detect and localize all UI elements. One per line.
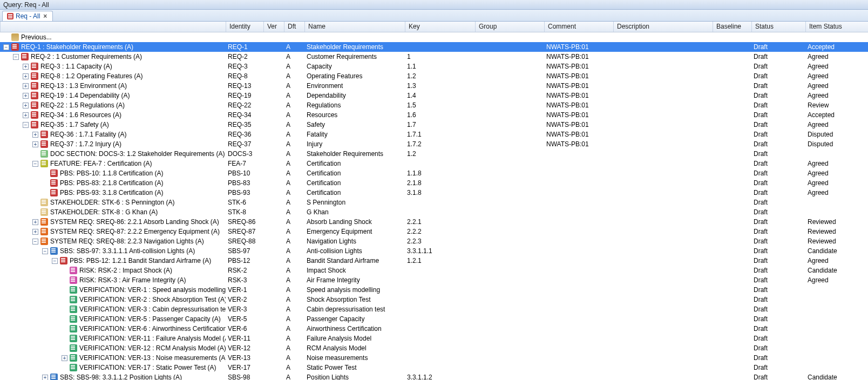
expand-icon[interactable]: + [23, 93, 29, 99]
table-row[interactable]: +REQ-22 : 1.5 Regulations (A)REQ-22ARegu… [0, 100, 868, 110]
col-key[interactable]: Key [405, 22, 475, 32]
tree-cell[interactable]: −REQ-35 : 1.7 Safety (A) [0, 120, 226, 130]
col-desc[interactable]: Description [613, 22, 713, 32]
table-row[interactable]: +REQ-19 : 1.4 Dependability (A)REQ-19ADe… [0, 91, 868, 100]
tree-cell[interactable]: PBS: PBS-93: 3.1.8 Certification (A) [0, 188, 226, 198]
table-row[interactable]: DOC SECTION: DOCS-3: 1.2 Stakeholder Req… [0, 149, 868, 159]
tree-cell[interactable]: +REQ-37 : 1.7.2 Injury (A) [0, 139, 226, 149]
table-row[interactable]: PBS: PBS-93: 3.1.8 Certification (A)PBS-… [0, 188, 868, 198]
tab-close-icon[interactable]: × [42, 12, 48, 20]
expand-icon[interactable]: + [32, 132, 38, 138]
tree-cell[interactable]: −REQ-1 : Stakeholder Requirements (A) [0, 42, 226, 52]
expand-icon[interactable]: + [23, 103, 29, 108]
table-row[interactable]: −FEATURE: FEA-7 : Certification (A)FEA-7… [0, 159, 868, 168]
table-row[interactable]: −REQ-1 : Stakeholder Requirements (A)REQ… [0, 42, 868, 52]
expand-icon[interactable]: + [23, 112, 29, 118]
expand-icon[interactable]: + [32, 219, 38, 225]
table-row[interactable]: VERIFICATION: VER-3 : Cabin depressurisa… [0, 304, 868, 314]
collapse-icon[interactable]: − [42, 248, 48, 254]
tree-cell[interactable]: VERIFICATION: VER-17 : Static Power Test… [0, 363, 226, 372]
table-row[interactable]: +REQ-13 : 1.3 Environment (A)REQ-13AEnvi… [0, 81, 868, 91]
expand-icon[interactable]: + [23, 64, 29, 70]
collapse-icon[interactable]: − [3, 44, 9, 50]
tree-cell[interactable]: VERIFICATION: VER-1 : Speed analysis mod… [0, 285, 226, 295]
table-row[interactable]: VERIFICATION: VER-5 : Passenger Capacity… [0, 314, 868, 324]
collapse-icon[interactable]: − [13, 54, 19, 60]
table-row[interactable]: +VERIFICATION: VER-13 : Noise measuremen… [0, 353, 868, 363]
col-dft[interactable]: Dft [284, 22, 304, 32]
tree-cell[interactable]: RISK: RSK-2 : Impact Shock (A) [0, 266, 226, 275]
tree-cell[interactable]: DOC SECTION: DOCS-3: 1.2 Stakeholder Req… [0, 149, 226, 159]
table-row[interactable]: VERIFICATION: VER-17 : Static Power Test… [0, 363, 868, 372]
tree-cell[interactable]: +SYSTEM REQ: SREQ-87: 2.2.2 Emergency Eq… [0, 227, 226, 236]
tree-cell[interactable]: +REQ-22 : 1.5 Regulations (A) [0, 100, 226, 110]
expand-icon[interactable]: + [32, 141, 38, 147]
tree-cell[interactable]: VERIFICATION: VER-12 : RCM Analysis Mode… [0, 343, 226, 353]
collapse-icon[interactable]: − [32, 239, 38, 245]
collapse-icon[interactable]: − [32, 161, 38, 167]
table-row[interactable]: Previous... [0, 32, 868, 42]
tree-cell[interactable]: −SBS: SBS-97: 3.3.1.1.1 Anti-collision L… [0, 246, 226, 256]
col-group[interactable]: Group [475, 22, 544, 32]
tree-cell[interactable]: +REQ-3 : 1.1 Capacity (A) [0, 62, 226, 71]
tree-cell[interactable]: −PBS: PBS-12: 1.2.1 Bandit Standard Airf… [0, 256, 226, 266]
table-row[interactable]: −PBS: PBS-12: 1.2.1 Bandit Standard Airf… [0, 256, 868, 266]
table-row[interactable]: −SBS: SBS-97: 3.3.1.1.1 Anti-collision L… [0, 246, 868, 256]
table-row[interactable]: +REQ-8 : 1.2 Operating Features (A)REQ-8… [0, 71, 868, 81]
tree-cell[interactable]: STAKEHOLDER: STK-6 : S Pennington (A) [0, 198, 226, 207]
col-itemstatus[interactable]: Item Status [805, 22, 865, 32]
table-row[interactable]: −SYSTEM REQ: SREQ-88: 2.2.3 Navigation L… [0, 236, 868, 246]
collapse-icon[interactable]: − [52, 258, 58, 264]
col-baseline[interactable]: Baseline [713, 22, 751, 32]
col-ver[interactable]: Ver [263, 22, 284, 32]
tree-cell[interactable]: +REQ-8 : 1.2 Operating Features (A) [0, 71, 226, 81]
tree-cell[interactable]: VERIFICATION: VER-2 : Shock Absorption T… [0, 295, 226, 304]
tree-cell[interactable]: −REQ-2 : 1 Customer Requirements (A) [0, 52, 226, 62]
table-row[interactable]: +REQ-3 : 1.1 Capacity (A)REQ-3ACapacity1… [0, 62, 868, 71]
tree-cell[interactable]: +SBS: SBS-98: 3.3.1.1.2 Position Lights … [0, 372, 226, 380]
table-row[interactable]: +SYSTEM REQ: SREQ-86: 2.2.1 Absorb Landi… [0, 217, 868, 227]
table-row[interactable]: −REQ-2 : 1 Customer Requirements (A)REQ-… [0, 52, 868, 62]
tree-cell[interactable]: −FEATURE: FEA-7 : Certification (A) [0, 159, 226, 168]
tree-cell[interactable]: VERIFICATION: VER-6 : Airworthiness Cert… [0, 324, 226, 334]
table-row[interactable]: VERIFICATION: VER-1 : Speed analysis mod… [0, 285, 868, 295]
table-row[interactable]: +SYSTEM REQ: SREQ-87: 2.2.2 Emergency Eq… [0, 227, 868, 236]
expand-icon[interactable]: + [62, 355, 67, 361]
tree-cell[interactable]: PBS: PBS-10: 1.1.8 Certification (A) [0, 168, 226, 178]
tree-cell[interactable]: −SYSTEM REQ: SREQ-88: 2.2.3 Navigation L… [0, 236, 226, 246]
table-row[interactable]: +REQ-37 : 1.7.2 Injury (A)REQ-37AInjury1… [0, 139, 868, 149]
table-row[interactable]: STAKEHOLDER: STK-8 : G Khan (A)STK-8AG K… [0, 207, 868, 217]
tree-cell[interactable]: +REQ-36 : 1.7.1 Fatality (A) [0, 130, 226, 139]
col-comment[interactable]: Comment [544, 22, 613, 32]
table-row[interactable]: RISK: RSK-3 : Air Frame Integrity (A)RSK… [0, 275, 868, 285]
tree-cell[interactable]: +REQ-19 : 1.4 Dependability (A) [0, 91, 226, 100]
tree-cell[interactable]: VERIFICATION: VER-11 : Failure Analysis … [0, 334, 226, 343]
col-tree[interactable] [0, 22, 226, 32]
table-row[interactable]: VERIFICATION: VER-12 : RCM Analysis Mode… [0, 343, 868, 353]
expand-icon[interactable]: + [32, 229, 38, 235]
tree-cell[interactable]: Previous... [0, 32, 226, 42]
tree-cell[interactable]: VERIFICATION: VER-3 : Cabin depressurisa… [0, 304, 226, 314]
tab-req-all[interactable]: Req - All × [2, 11, 53, 21]
table-row[interactable]: VERIFICATION: VER-11 : Failure Analysis … [0, 334, 868, 343]
table-row[interactable]: +REQ-36 : 1.7.1 Fatality (A)REQ-36AFatal… [0, 130, 868, 139]
col-identity[interactable]: Identity [226, 22, 263, 32]
table-row[interactable]: +SBS: SBS-98: 3.3.1.1.2 Position Lights … [0, 372, 868, 380]
table-row[interactable]: +REQ-34 : 1.6 Resources (A)REQ-34AResour… [0, 110, 868, 120]
tree-cell[interactable]: STAKEHOLDER: STK-8 : G Khan (A) [0, 207, 226, 217]
col-name[interactable]: Name [304, 22, 405, 32]
table-row[interactable]: RISK: RSK-2 : Impact Shock (A)RSK-2AImpa… [0, 266, 868, 275]
expand-icon[interactable]: + [23, 73, 29, 79]
table-row[interactable]: PBS: PBS-83: 2.1.8 Certification (A)PBS-… [0, 178, 868, 188]
tree-cell[interactable]: +REQ-34 : 1.6 Resources (A) [0, 110, 226, 120]
tree-cell[interactable]: PBS: PBS-83: 2.1.8 Certification (A) [0, 178, 226, 188]
tree-cell[interactable]: +REQ-13 : 1.3 Environment (A) [0, 81, 226, 91]
table-row[interactable]: PBS: PBS-10: 1.1.8 Certification (A)PBS-… [0, 168, 868, 178]
tree-cell[interactable]: RISK: RSK-3 : Air Frame Integrity (A) [0, 275, 226, 285]
tree-cell[interactable]: +SYSTEM REQ: SREQ-86: 2.2.1 Absorb Landi… [0, 217, 226, 227]
tree-cell[interactable]: +VERIFICATION: VER-13 : Noise measuremen… [0, 353, 226, 363]
collapse-icon[interactable]: − [23, 122, 29, 128]
expand-icon[interactable]: + [42, 375, 48, 381]
col-status[interactable]: Status [751, 22, 805, 32]
table-row[interactable]: −REQ-35 : 1.7 Safety (A)REQ-35ASafety1.7… [0, 120, 868, 130]
